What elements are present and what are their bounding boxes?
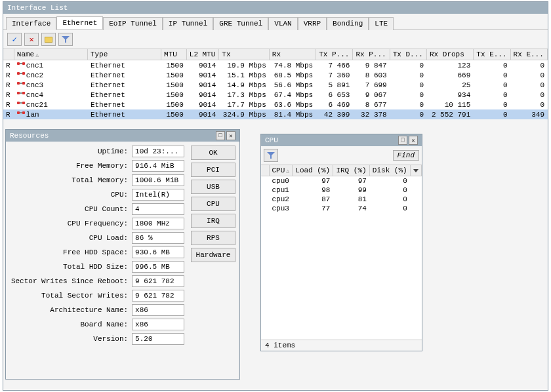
table-row[interactable]: cpu097970 <box>261 176 422 186</box>
cpu-body: Find CPULoad (%)IRQ (%)Disk (%) cpu09797… <box>261 146 422 351</box>
cpu-table: CPULoad (%)IRQ (%)Disk (%) cpu097970cpu1… <box>261 165 422 213</box>
enable-button[interactable]: ✓ <box>7 33 22 46</box>
column-header[interactable]: Rx E... <box>510 49 547 60</box>
field-label: Total Sector Writes: <box>10 292 128 300</box>
column-header[interactable]: Name <box>14 49 87 60</box>
ok-button[interactable]: OK <box>191 146 235 160</box>
cpu-footer: 4 items <box>261 340 422 351</box>
column-header[interactable]: Tx P... <box>316 49 353 60</box>
column-header[interactable]: Load (%) <box>293 165 333 176</box>
column-header[interactable]: Tx <box>219 49 269 60</box>
table-row[interactable]: Rcnc3Ethernet1500901414.9 Mbps56.6 Mbps5… <box>3 80 548 90</box>
field-label: CPU Load: <box>10 234 128 242</box>
interface-list-toolbar: ✓ ✕ <box>3 30 548 49</box>
field-value <box>132 189 184 201</box>
cpu-close-button[interactable]: ✕ <box>409 136 418 145</box>
hardware-button[interactable]: Hardware <box>191 248 235 262</box>
field-label: Free Memory: <box>10 162 128 170</box>
field-label: Version: <box>10 335 128 343</box>
column-header[interactable]: Rx Drops <box>426 49 473 60</box>
interface-icon <box>17 100 25 107</box>
resources-title: Resources <box>10 132 49 140</box>
tab-interface[interactable]: Interface <box>6 17 56 30</box>
disable-button[interactable]: ✕ <box>24 33 39 46</box>
field-value <box>132 160 184 172</box>
column-header[interactable] <box>3 49 14 60</box>
tab-ethernet[interactable]: Ethernet <box>56 16 103 29</box>
field-label: CPU Frequency: <box>10 220 128 227</box>
field-value <box>132 304 184 316</box>
field-label: Free HDD Space: <box>10 248 128 256</box>
pci-button[interactable]: PCI <box>191 163 235 177</box>
field-label: Total Memory: <box>10 176 128 184</box>
filter-button[interactable] <box>58 33 73 46</box>
column-header[interactable]: Disk (%) <box>369 165 410 176</box>
column-header[interactable]: IRQ (%) <box>333 165 369 176</box>
field-label: Board Name: <box>10 321 128 328</box>
interface-list-title: Interface List <box>7 4 68 12</box>
interface-icon <box>17 90 25 97</box>
table-row[interactable]: Rcnc1Ethernet1500901419.9 Mbps74.8 Mbps7… <box>3 60 548 71</box>
cpu-restore-button[interactable]: □ <box>398 136 407 145</box>
field-label: Architecture Name: <box>10 306 128 314</box>
column-header[interactable]: Type <box>87 49 161 60</box>
column-header[interactable] <box>261 165 269 176</box>
chevron-down-icon <box>413 169 418 172</box>
funnel-icon <box>62 35 70 43</box>
interface-table: NameTypeMTUL2 MTUTxRxTx P...Rx P...Tx D.… <box>3 49 548 119</box>
tab-vlan[interactable]: VLAN <box>268 17 297 30</box>
comment-button[interactable] <box>41 33 56 46</box>
interface-list-tabs: InterfaceEthernetEoIP TunnelIP TunnelGRE… <box>3 14 548 30</box>
table-row[interactable]: Rcnc4Ethernet1500901417.3 Mbps67.4 Mbps6… <box>3 90 548 100</box>
tab-vrrp[interactable]: VRRP <box>298 17 327 30</box>
resources-fields: Uptime:Free Memory:Total Memory:CPU:CPU … <box>10 146 186 345</box>
table-row[interactable]: cpu198990 <box>261 186 422 195</box>
field-label: CPU: <box>10 191 128 199</box>
field-value <box>132 218 184 229</box>
cpu-button[interactable]: CPU <box>191 197 235 211</box>
funnel-icon <box>267 151 275 159</box>
interface-table-wrap: NameTypeMTUL2 MTUTxRxTx P...Rx P...Tx D.… <box>3 49 548 119</box>
column-header[interactable]: Rx <box>269 49 316 60</box>
interface-icon <box>17 81 25 87</box>
column-header[interactable]: MTU <box>161 49 187 60</box>
resources-buttons: OKPCIUSBCPUIRQRPSHardware <box>191 146 235 345</box>
column-menu[interactable] <box>410 165 421 176</box>
usb-button[interactable]: USB <box>191 180 235 194</box>
table-row[interactable]: cpu377740 <box>261 204 422 213</box>
column-header[interactable]: Tx D... <box>390 49 426 60</box>
table-row[interactable]: RlanEthernet15009014324.9 Mbps81.4 Mbps4… <box>3 109 548 119</box>
tab-lte[interactable]: LTE <box>369 17 394 30</box>
resources-close-button[interactable]: ✕ <box>226 131 235 140</box>
interface-list-titlebar: Interface List <box>3 2 548 14</box>
rps-button[interactable]: RPS <box>191 231 235 245</box>
field-value <box>132 275 184 287</box>
irq-button[interactable]: IRQ <box>191 214 235 228</box>
field-value <box>132 174 184 186</box>
tab-bonding[interactable]: Bonding <box>327 17 369 30</box>
cpu-filter-button[interactable] <box>264 149 278 162</box>
column-header[interactable]: CPU <box>269 165 293 176</box>
tab-eoip-tunnel[interactable]: EoIP Tunnel <box>103 17 163 30</box>
cpu-find-button[interactable]: Find <box>393 150 419 161</box>
tab-ip-tunnel[interactable]: IP Tunnel <box>163 17 213 30</box>
resources-restore-button[interactable]: □ <box>216 131 225 140</box>
field-value <box>132 146 184 157</box>
field-label: Total HDD Size: <box>10 263 128 271</box>
field-value <box>132 203 184 215</box>
field-value <box>132 319 184 330</box>
field-value <box>132 290 184 302</box>
field-value <box>132 261 184 273</box>
resources-body: Uptime:Free Memory:Total Memory:CPU:CPU … <box>6 142 239 349</box>
resources-window: Resources □ ✕ Uptime:Free Memory:Total M… <box>5 129 240 380</box>
table-row[interactable]: Rcnc21Ethernet1500901417.7 Mbps63.6 Mbps… <box>3 100 548 109</box>
field-label: Uptime: <box>10 147 128 155</box>
field-value <box>132 333 184 345</box>
column-header[interactable]: Tx E... <box>474 49 510 60</box>
table-row[interactable]: Rcnc2Ethernet1500901415.1 Mbps68.5 Mbps7… <box>3 70 548 80</box>
cpu-titlebar: CPU □ ✕ <box>261 134 422 146</box>
column-header[interactable]: Rx P... <box>353 49 390 60</box>
table-row[interactable]: cpu287810 <box>261 195 422 204</box>
tab-gre-tunnel[interactable]: GRE Tunnel <box>213 17 268 30</box>
column-header[interactable]: L2 MTU <box>186 49 219 60</box>
